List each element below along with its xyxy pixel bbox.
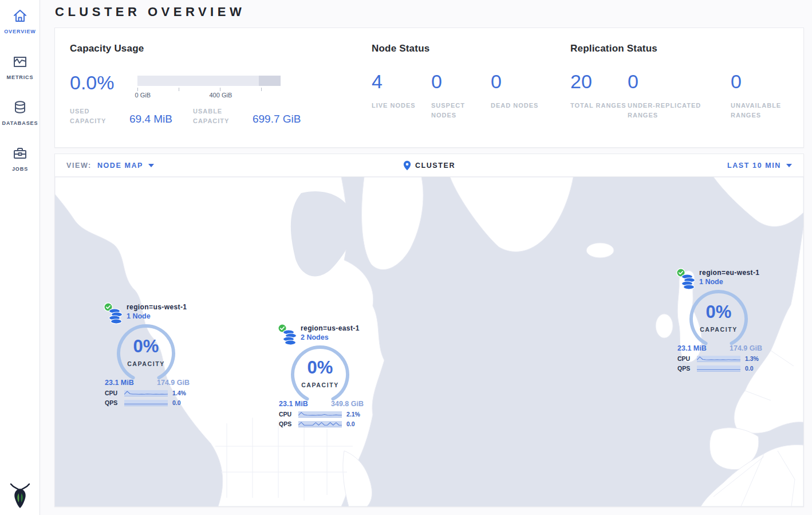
stat-label: UNDER-REPLICATED RANGES [628,101,714,120]
metrics-icon [11,53,29,70]
section-title: Replication Status [570,43,811,54]
live-nodes-stat: 4 LIVE NODES [372,72,431,120]
region-label: region=eu-west-1 [699,269,763,277]
node-status-section: Node Status 4 LIVE NODES 0 SUSPECT NODES… [372,43,570,147]
view-selector-dropdown[interactable]: NODE MAP [97,162,154,170]
qps-sparkline [697,365,740,372]
axis-tick-label: 0 GiB [135,92,151,99]
stat-label: DEAD NODES [491,101,550,111]
view-label: VIEW: [66,162,92,170]
region-label: region=us-west-1 [127,303,191,311]
sidebar-item-label: DATABASES [2,120,38,126]
time-range-value: LAST 10 MIN [727,162,781,170]
home-icon [11,7,29,25]
cpu-value: 2.1% [346,411,360,418]
usable-capacity-value: 699.7 GiB [253,113,301,125]
sidebar: OVERVIEW METRICS DATABASES [0,0,40,515]
capacity-percent: 0% [286,357,354,378]
stat-label: UNAVAILABLE RANGES [731,101,811,120]
qps-label: QPS [279,420,298,427]
region-node-card[interactable]: region=us-west-1 1 Node 0% CAPACITY 23.1… [104,303,191,406]
capacity-used-percent: 0.0% [70,73,115,92]
cpu-label: CPU [279,411,298,418]
qps-value: 0.0 [745,365,754,372]
region-node-card[interactable]: region=eu-west-1 1 Node 0% CAPACITY 23.1… [676,269,763,372]
view-bar: VIEW: NODE MAP CLUSTER LAST 10 MIN [55,154,803,177]
capacity-ring: 0% CAPACITY [112,319,180,388]
axis-tick [179,88,179,91]
stat-value: 20 [570,72,628,91]
cockroachdb-logo [7,482,33,510]
section-title: Node Status [372,43,570,54]
total-ranges-stat: 20 TOTAL RANGES [570,72,628,120]
page-title: CLUSTER OVERVIEW [55,5,245,19]
chevron-down-icon [148,164,154,167]
sidebar-item-jobs[interactable]: JOBS [0,137,40,183]
replication-status-section: Replication Status 20 TOTAL RANGES 0 UND… [570,43,811,147]
stat-value: 0 [491,72,550,91]
stat-label: LIVE NODES [372,101,431,111]
capacity-ring: 0% CAPACITY [684,285,753,353]
breadcrumb[interactable]: CLUSTER [415,162,455,170]
stat-label: USED CAPACITY [70,107,124,126]
jobs-icon [11,145,29,162]
qps-sparkline [298,421,342,427]
cpu-sparkline [697,356,740,362]
capacity-percent: 0% [684,302,753,323]
location-pin-icon [403,160,411,171]
qps-value: 0.0 [346,420,355,427]
cpu-sparkline [124,390,168,396]
sidebar-item-overview[interactable]: OVERVIEW [0,0,40,46]
unavailable-ranges-stat: 0 UNAVAILABLE RANGES [731,72,811,120]
stat-label: TOTAL RANGES [570,101,628,111]
qps-label: QPS [677,365,697,372]
capacity-label: CAPACITY [684,326,753,333]
stat-label: USABLE CAPACITY [193,107,247,126]
capacity-usage-section: Capacity Usage 0.0% 0 GiB 400 GiB [70,43,372,147]
cpu-value: 1.3% [745,355,759,362]
cpu-value: 1.4% [172,390,186,396]
capacity-ring: 0% CAPACITY [286,340,354,409]
stat-value: 0 [628,72,731,91]
capacity-label: CAPACITY [112,360,180,367]
view-selector-value: NODE MAP [97,162,143,170]
sidebar-item-label: JOBS [12,166,28,172]
sidebar-item-label: OVERVIEW [4,29,36,34]
cluster-summary-panel: Capacity Usage 0.0% 0 GiB 400 GiB [54,27,804,148]
qps-sparkline [124,400,168,406]
capacity-label: CAPACITY [286,382,354,388]
axis-tick-label: 400 GiB [210,92,232,99]
axis-tick [220,88,220,91]
axis-tick [137,88,138,91]
sidebar-item-databases[interactable]: DATABASES [0,92,40,137]
region-label: region=us-east-1 [301,324,365,332]
sidebar-item-metrics[interactable]: METRICS [0,46,40,92]
stat-value: 0 [431,72,491,91]
stat-value: 4 [372,72,431,91]
capacity-bar-reserved-segment [259,76,281,86]
under-replicated-ranges-stat: 0 UNDER-REPLICATED RANGES [628,72,731,120]
cpu-label: CPU [105,390,124,396]
cpu-label: CPU [677,355,697,362]
qps-value: 0.0 [172,399,181,406]
axis-tick [261,88,262,91]
main-content: CLUSTER OVERVIEW Capacity Usage 0.0% 0 G… [41,0,812,515]
cpu-sparkline [298,411,342,418]
capacity-bar: 0 GiB 400 GiB [137,73,281,99]
world-map: region=us-west-1 1 Node 0% CAPACITY 23.1… [55,177,803,506]
used-capacity-value: 69.4 MiB [129,113,172,125]
qps-label: QPS [105,399,124,406]
sidebar-item-label: METRICS [7,74,34,80]
capacity-percent: 0% [112,336,180,357]
time-range-dropdown[interactable]: LAST 10 MIN [727,162,792,170]
databases-icon [11,99,29,116]
region-node-card[interactable]: region=us-east-1 2 Nodes 0% CAPACITY 23.… [278,324,365,427]
section-title: Capacity Usage [70,43,372,54]
chevron-down-icon [786,164,792,167]
dead-nodes-stat: 0 DEAD NODES [491,72,550,120]
stat-value: 0 [731,72,811,91]
node-map-panel: VIEW: NODE MAP CLUSTER LAST 10 MIN [54,154,804,507]
suspect-nodes-stat: 0 SUSPECT NODES [431,72,491,120]
stat-label: SUSPECT NODES [431,101,491,120]
